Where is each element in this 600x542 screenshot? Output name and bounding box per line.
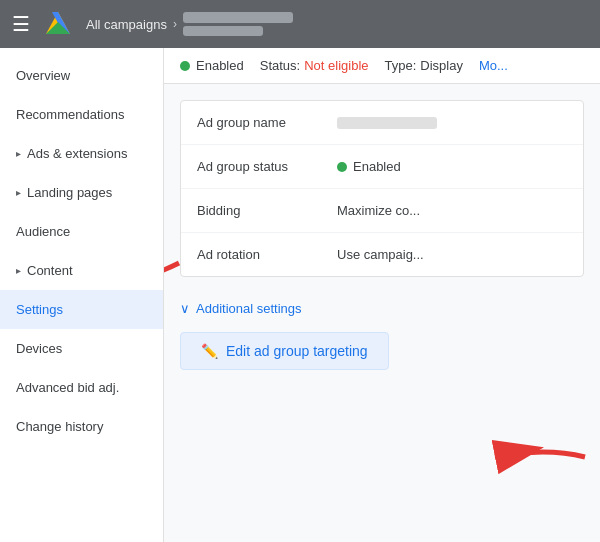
edit-icon: ✏️ [201,343,218,359]
google-ads-logo [42,8,74,40]
enabled-label: Enabled [196,58,244,73]
breadcrumb: All campaigns › [86,12,293,36]
card-value-status: Enabled [337,159,401,174]
sidebar-item-change-history[interactable]: Change history [0,407,163,446]
card-value-name [337,117,437,129]
sidebar-item-overview[interactable]: Overview [0,56,163,95]
app-container: ☰ All campaigns › Overview Recomm [0,0,600,542]
sidebar-item-advanced-bid[interactable]: Advanced bid adj. [0,368,163,407]
edit-ad-group-targeting-button[interactable]: ✏️ Edit ad group targeting [180,332,389,370]
breadcrumb-arrow-1: › [173,17,177,31]
additional-settings-label: Additional settings [196,301,302,316]
status-dot [337,162,347,172]
name-blurred [337,117,437,129]
ad-group-card: Ad group name Ad group status Enabled Bi… [180,100,584,277]
additional-settings-toggle[interactable]: ∨ Additional settings [164,293,600,324]
chevron-icon: ▸ [16,187,21,198]
type-label: Type: [385,58,417,73]
type-value: Display [420,58,463,73]
chevron-icon: ▸ [16,148,21,159]
sidebar-item-ads-extensions[interactable]: ▸ Ads & extensions [0,134,163,173]
sidebar-item-devices[interactable]: Devices [0,329,163,368]
sidebar-item-settings[interactable]: Settings [0,290,163,329]
breadcrumb-subtitle-blurred [183,26,263,36]
card-label-bidding: Bidding [197,203,337,218]
main-content: Enabled Status: Not eligible Type: Displ… [164,48,600,542]
enabled-status: Enabled [180,58,244,73]
sidebar: Overview Recommendations ▸ Ads & extensi… [0,48,164,542]
breadcrumb-all-campaigns[interactable]: All campaigns [86,17,167,32]
status-value: Not eligible [304,58,368,73]
edit-button-label: Edit ad group targeting [226,343,368,359]
chevron-icon: ▸ [16,265,21,276]
bidding-text: Maximize co... [337,203,420,218]
sidebar-item-recommendations[interactable]: Recommendations [0,95,163,134]
type-section: Type: Display [385,58,463,73]
card-row-name: Ad group name [181,101,583,145]
card-label-rotation: Ad rotation [197,247,337,262]
enabled-dot [180,61,190,71]
red-arrow-settings [164,243,199,323]
status-bar: Enabled Status: Not eligible Type: Displ… [164,48,600,84]
status-section: Status: Not eligible [260,58,369,73]
sidebar-item-landing-pages[interactable]: ▸ Landing pages [0,173,163,212]
sidebar-item-content[interactable]: ▸ Content [0,251,163,290]
edit-button-container: ✏️ Edit ad group targeting [164,324,600,386]
red-arrow-edit-button [475,427,595,487]
status-label: Status: [260,58,300,73]
more-link[interactable]: Mo... [479,58,508,73]
card-row-status: Ad group status Enabled [181,145,583,189]
card-label-name: Ad group name [197,115,337,130]
main-layout: Overview Recommendations ▸ Ads & extensi… [0,48,600,542]
card-row-bidding: Bidding Maximize co... [181,189,583,233]
header: ☰ All campaigns › [0,0,600,48]
card-label-status: Ad group status [197,159,337,174]
card-value-rotation: Use campaig... [337,247,424,262]
card-value-bidding: Maximize co... [337,203,420,218]
menu-icon[interactable]: ☰ [12,12,30,36]
sidebar-item-audience[interactable]: Audience [0,212,163,251]
card-row-rotation: Ad rotation Use campaig... [181,233,583,276]
rotation-text: Use campaig... [337,247,424,262]
status-text: Enabled [353,159,401,174]
breadcrumb-campaign-blurred [183,12,293,23]
